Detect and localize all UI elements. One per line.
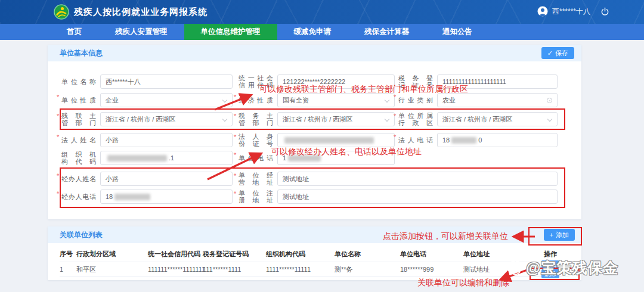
main-nav: 首页 残疾人安置管理 单位信息维护管理 缓减免申请 残保金计算器 通知公告 — [0, 24, 644, 40]
legal-phone-input[interactable]: 180 — [437, 133, 558, 147]
chevron-down-icon — [385, 98, 389, 102]
plus-icon: + — [550, 231, 553, 238]
nav-item-home[interactable]: 首页 — [50, 24, 98, 40]
annotation-modify-depts: 可以修改残联主管部门、税务主管部门和单位所属行政区 — [259, 84, 468, 95]
agent-phone-label: *经办人电话 — [61, 190, 96, 204]
page: 残疾人按比例就业业务网报系统 西******十八 首页 残疾人安置管理 单位信息… — [0, 0, 644, 292]
org-code-input[interactable]: .1 — [100, 151, 233, 165]
edit-button[interactable]: 编辑 — [541, 260, 559, 269]
user-avatar-icon — [537, 6, 548, 17]
legal-name-label: *法人姓名 — [61, 133, 96, 147]
legal-phone-label: *法人电话 — [398, 133, 433, 147]
unit-nature-label: *单位性质 — [61, 93, 96, 107]
annotation-edit-delete: 关联单位可以编辑和删除 — [417, 278, 509, 288]
org-code-label: 组织机构代码 — [61, 151, 96, 165]
masked-value — [107, 155, 167, 161]
chevron-down-icon — [547, 117, 552, 122]
unit-name-input[interactable]: 西******十八 — [100, 74, 233, 89]
target-circle-icon — [547, 98, 552, 103]
chevron-down-icon — [222, 117, 227, 122]
economic-nature-label: *经济性质 — [239, 93, 273, 107]
basic-info-card: 单位基本信息 ✓ 保存 单位名称 西******十八 统一社会信用代码 1212… — [48, 45, 581, 219]
tax-dept-select[interactable]: 浙江省 / 杭州市 / 西湖区 — [277, 112, 395, 126]
nav-item-placement-mgmt[interactable]: 残疾人安置管理 — [98, 24, 184, 40]
masked-value — [114, 194, 150, 200]
annotation-modify-agent: 可以修改经办人姓名、电话以及单位地址 — [271, 147, 422, 157]
unit-phone-label: *单位电话 — [239, 151, 273, 165]
cdpf-logo-icon — [54, 4, 69, 20]
unit-nature-select[interactable]: 企业 — [100, 93, 233, 107]
unit-name-label: 单位名称 — [61, 74, 96, 89]
legal-name-input[interactable]: 小路 — [100, 133, 233, 147]
chevron-down-icon — [222, 98, 227, 102]
col-actions: 操作 — [531, 250, 569, 259]
delete-button[interactable]: 删除 — [541, 269, 559, 278]
col-seq: 序号 — [60, 250, 76, 259]
col-region: 行政划分区域 — [76, 250, 148, 259]
save-button[interactable]: ✓ 保存 — [541, 47, 574, 59]
admin-region-label: *单位所属行政区 — [398, 112, 433, 126]
register-addr-input[interactable]: 测试地址 — [277, 190, 558, 204]
tax-dept-label: *税务主管部门 — [239, 112, 273, 126]
agent-phone-input[interactable]: 18 — [100, 190, 233, 204]
chevron-down-icon — [385, 117, 389, 122]
legal-id-input[interactable] — [277, 133, 395, 147]
industry-input[interactable]: 农业 — [437, 93, 558, 107]
col-org-code: 组织机构代码 — [266, 250, 335, 259]
cdpf-dept-select[interactable]: 浙江省 / 杭州市 / 西湖区 — [100, 112, 233, 126]
col-tax-no: 税务登记证号码 — [203, 250, 266, 259]
basic-info-title: 单位基本信息 — [60, 48, 103, 58]
col-credit-code: 统一社会信用代码 — [148, 250, 203, 259]
related-units-card: 关联单位列表 点击添加按钮，可以新增关联单位 + 添加 序号 行政划分区域 统一… — [48, 226, 581, 280]
check-icon: ✓ — [547, 49, 553, 57]
masked-value — [451, 137, 476, 144]
nav-item-reduction-apply[interactable]: 缓减免申请 — [277, 24, 348, 40]
nav-item-notice[interactable]: 通知公告 — [426, 24, 489, 40]
cdpf-dept-label: *残联主管部门 — [61, 112, 96, 126]
register-addr-label: *单位注册地址 — [239, 190, 273, 204]
user-name[interactable]: 西******十八 — [552, 7, 590, 17]
related-units-title: 关联单位列表 — [60, 230, 103, 240]
masked-value — [284, 137, 374, 144]
agent-name-label: *经办人姓名 — [61, 172, 96, 186]
table-header-row: 序号 行政划分区域 统一社会信用代码 税务登记证号码 组织机构代码 单位名称 单… — [60, 247, 569, 262]
col-unit-phone: 单位电话 — [400, 250, 463, 259]
agent-name-input[interactable]: 小路 — [100, 172, 233, 186]
brand: 残疾人按比例就业业务网报系统 — [54, 4, 208, 20]
table-row: 1 和平区 111111******1111111 111******1111 … — [60, 262, 569, 277]
add-button[interactable]: + 添加 — [544, 229, 575, 241]
related-units-table: 序号 行政划分区域 统一社会信用代码 税务登记证号码 组织机构代码 单位名称 单… — [60, 247, 569, 277]
logout-power-icon[interactable] — [600, 7, 609, 16]
business-addr-label: *单位经营地址 — [239, 172, 273, 186]
col-unit-address: 单位地址 — [463, 250, 531, 259]
nav-item-unit-info-mgmt[interactable]: 单位信息维护管理 — [184, 24, 277, 40]
admin-region-select[interactable]: 浙江省 / 杭州市 / 西湖区 — [437, 112, 558, 126]
app-title: 残疾人按比例就业业务网报系统 — [74, 7, 208, 18]
economic-nature-select[interactable]: 国有全资 — [277, 93, 395, 107]
nav-item-calculator[interactable]: 残保金计算器 — [348, 24, 426, 40]
industry-label: *行业类别 — [398, 93, 433, 107]
business-addr-input[interactable]: 测试地址 — [277, 172, 558, 186]
top-header-bar: 残疾人按比例就业业务网报系统 西******十八 — [0, 0, 644, 24]
legal-id-label: *法人身份证号 — [239, 133, 273, 147]
col-unit-name: 单位名称 — [335, 250, 400, 259]
annotation-click-add: 点击添加按钮，可以新增关联单位 — [383, 231, 508, 242]
